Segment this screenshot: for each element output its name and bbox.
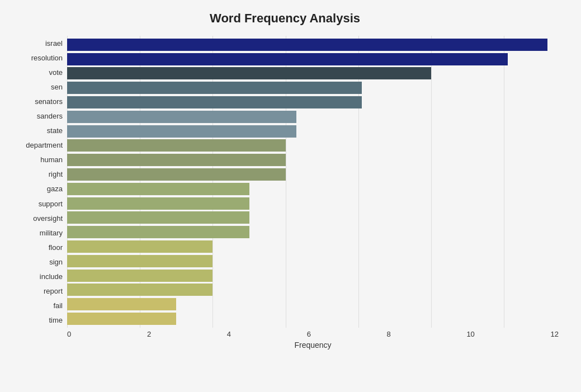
y-label-report: report <box>44 287 63 295</box>
bar-row-israel <box>67 37 559 52</box>
x-tick-10: 10 <box>466 330 474 338</box>
x-ticks: 024681012 <box>67 330 559 338</box>
bar-oversight <box>67 211 249 224</box>
chart-container: Word Frequency Analysis israelresolution… <box>0 0 581 392</box>
bar-report <box>67 284 212 296</box>
bar-row-sen <box>67 81 559 95</box>
bar-row-include <box>67 268 559 283</box>
chart-title: Word Frequency Analysis <box>11 11 559 26</box>
plot-area <box>67 36 559 328</box>
x-tick-12: 12 <box>550 330 558 338</box>
bar-row-military <box>67 225 559 239</box>
bar-gaza <box>67 183 249 195</box>
bar-row-state <box>67 124 559 139</box>
bar-row-report <box>67 283 559 297</box>
y-label-support: support <box>39 200 63 207</box>
bar-row-right <box>67 167 559 182</box>
y-label-gaza: gaza <box>47 185 63 192</box>
bar-row-resolution <box>67 52 559 67</box>
x-axis-label: Frequency <box>67 341 559 350</box>
y-label-israel: israel <box>45 40 63 47</box>
x-axis: 024681012 <box>67 330 559 338</box>
x-tick-6: 6 <box>307 330 311 338</box>
y-label-right: right <box>49 171 63 178</box>
bar-department <box>67 139 286 152</box>
bar-row-human <box>67 153 559 167</box>
bars-wrapper <box>67 36 559 328</box>
bar-support <box>67 197 249 210</box>
bar-fail <box>67 298 176 310</box>
bar-row-gaza <box>67 182 559 196</box>
bar-include <box>67 270 212 282</box>
bar-row-floor <box>67 239 559 254</box>
y-label-military: military <box>40 229 63 237</box>
bar-row-fail <box>67 297 559 311</box>
y-label-state: state <box>47 127 63 134</box>
bar-sen <box>67 82 362 94</box>
bar-time <box>67 313 176 325</box>
bar-sanders <box>67 111 296 123</box>
bar-row-sign <box>67 254 559 268</box>
bar-resolution <box>67 53 508 65</box>
bar-row-oversight <box>67 211 559 225</box>
y-axis-labels: israelresolutionvotesensenatorssandersst… <box>11 36 67 328</box>
y-label-oversight: oversight <box>33 215 63 222</box>
bar-right <box>67 168 286 181</box>
y-label-time: time <box>49 317 63 324</box>
bar-row-support <box>67 196 559 211</box>
bar-state <box>67 125 296 138</box>
bar-row-senators <box>67 95 559 110</box>
bar-human <box>67 154 286 166</box>
x-tick-8: 8 <box>387 330 391 338</box>
y-label-include: include <box>40 273 63 280</box>
x-tick-2: 2 <box>147 330 151 338</box>
x-tick-4: 4 <box>227 330 231 338</box>
bar-row-department <box>67 139 559 153</box>
y-label-sanders: sanders <box>37 112 63 120</box>
y-label-human: human <box>40 156 63 163</box>
y-label-vote: vote <box>49 69 63 76</box>
bar-sign <box>67 255 212 267</box>
y-label-sign: sign <box>49 258 63 266</box>
x-tick-0: 0 <box>67 330 71 338</box>
bar-vote <box>67 67 431 79</box>
y-label-fail: fail <box>53 302 63 309</box>
bar-row-sanders <box>67 110 559 124</box>
y-label-resolution: resolution <box>31 54 63 62</box>
y-label-floor: floor <box>49 244 63 251</box>
bar-senators <box>67 96 362 108</box>
bar-military <box>67 226 249 238</box>
bar-israel <box>67 39 547 51</box>
y-label-senators: senators <box>35 98 63 105</box>
y-label-sen: sen <box>51 83 63 91</box>
bar-floor <box>67 240 212 253</box>
bar-row-vote <box>67 67 559 81</box>
y-label-department: department <box>26 141 63 149</box>
bar-row-time <box>67 311 559 326</box>
